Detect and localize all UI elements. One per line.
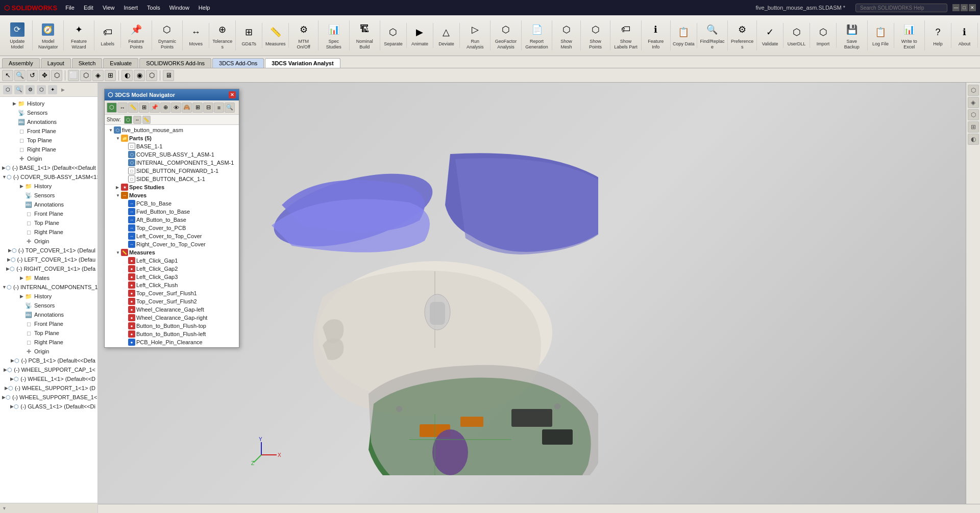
tree-item-int-right-plane[interactable]: ◻Right Plane — [0, 338, 97, 347]
toolbar-nominal-build[interactable]: 🏗Nominal Build — [350, 20, 380, 51]
tb2-rotate[interactable]: ↺ — [27, 70, 38, 81]
tree-item-wheel[interactable]: ▶⬡(-) WHEEL_1<1> (Default<<D — [0, 374, 97, 383]
tree-expander-int-annotations[interactable] — [18, 312, 24, 318]
nav-tb-features[interactable]: 📌 — [150, 102, 160, 113]
tree-item-wheel-cap[interactable]: ▶⬡(-) WHEEL_SUPPORT_CAP_1< — [0, 365, 97, 374]
tree-expander-int-sensors[interactable] — [18, 302, 24, 309]
tree-item-wheel-support[interactable]: ▶⬡(-) WHEEL_SUPPORT_1<1> (D — [0, 383, 97, 393]
nav-item-base-1-1[interactable]: □BASE_1-1 — [105, 142, 239, 150]
nav-item-top-cover-surf-flush1[interactable]: ●Top_Cover_Surf_Flush1 — [105, 289, 239, 297]
tree-expander-cover-top-plane[interactable] — [18, 220, 24, 226]
tb2-view4[interactable]: ◈ — [92, 70, 104, 81]
tree-item-history[interactable]: ▶📁History — [0, 99, 97, 108]
menu-help[interactable]: Help — [194, 3, 214, 12]
menu-edit[interactable]: Edit — [80, 3, 97, 12]
tree-expander-right-cover[interactable]: ▶ — [6, 266, 10, 272]
right-tb-2[interactable]: ◈ — [968, 97, 979, 108]
toolbar-dynamic-points[interactable]: ⬡Dynamic Points — [152, 20, 183, 51]
tree-expander-int-top-plane[interactable] — [18, 330, 24, 336]
tree-item-mates[interactable]: ▶📁Mates — [0, 273, 97, 283]
tree-item-internal-components[interactable]: ▼⬡(-) INTERNAL_COMPONENTS_1_A — [0, 283, 97, 292]
window-controls[interactable]: — □ ✕ — [952, 4, 976, 11]
tree-item-int-front-plane[interactable]: ◻Front Plane — [0, 319, 97, 328]
toolbar-animate[interactable]: ▶Animate — [407, 23, 433, 48]
nav-tb-measures[interactable]: 📏 — [128, 102, 138, 113]
nav-tb-collapse[interactable]: ⊟ — [203, 102, 213, 113]
tree-item-pcb[interactable]: ▶⬡(-) PCB_1<1> (Default<<Defa — [0, 356, 97, 365]
tree-expander-glass[interactable]: ▶ — [10, 403, 14, 409]
nav-exp-spec-studies[interactable]: ▶ — [116, 185, 121, 190]
nav-tb-search[interactable]: 🔍 — [225, 102, 235, 113]
nav-tb-moves[interactable]: ↔ — [117, 102, 128, 113]
tree-expander-wheel[interactable]: ▶ — [10, 376, 14, 382]
toolbar-import[interactable]: ⬡Import — [810, 23, 837, 48]
toolbar-deviate[interactable]: △Deviate — [433, 23, 460, 48]
nav-exp-parts[interactable]: ▼ — [116, 136, 121, 141]
toolbar-atm-on-off[interactable]: ⚙MTM On/Off — [289, 20, 318, 51]
model-nav-close-button[interactable]: ✕ — [229, 91, 236, 98]
tree-item-right-plane[interactable]: ◻Right Plane — [0, 145, 97, 154]
toolbar-write-to-excel[interactable]: 📊Write to Excel — [894, 20, 925, 51]
toolbar-moves[interactable]: ↔Moves — [183, 23, 209, 48]
toolbar-geofactor-analysis[interactable]: ⬡GeoFactor Analysis — [491, 20, 521, 51]
tree-item-base[interactable]: ▶⬡(-) BASE_1<1> (Default<<Default — [0, 163, 97, 172]
tree-item-wheel-base[interactable]: ▶⬡(-) WHEEL_SUPPORT_BASE_1< — [0, 393, 97, 402]
toolbar-spec-studies[interactable]: 📊Spec Studies — [318, 20, 349, 51]
tree-expander-wheel-support[interactable]: ▶ — [5, 385, 8, 391]
nav-item-spec-studies[interactable]: ▶★Spec Studies — [105, 183, 239, 191]
nav-item-side-btn-fwd[interactable]: □SIDE_BUTTON_FORWARD_1-1 — [105, 167, 239, 175]
nav-item-btn-flush-top[interactable]: ●Button_to_Button_Flush-top — [105, 322, 239, 330]
tree-item-int-top-plane[interactable]: ◻Top Plane — [0, 328, 97, 338]
menu-tools[interactable]: Tools — [143, 3, 164, 12]
tab-assembly[interactable]: Assembly — [2, 58, 40, 68]
nav-item-wheel-clearance-left[interactable]: ●Wheel_Clearance_Gap-left — [105, 305, 239, 314]
nav-item-top-cover-surf-flush2[interactable]: ●Top_Cover_Surf_Flush2 — [105, 297, 239, 305]
toolbar-feature-wizard[interactable]: ✦Feature Wizard — [64, 20, 94, 51]
tab-evaluate[interactable]: Evaluate — [103, 58, 138, 68]
tree-expander-mates[interactable]: ▶ — [18, 275, 24, 281]
tree-item-glass[interactable]: ▶⬡(-) GLASS_1<1> (Default<<Di — [0, 402, 97, 411]
toolbar-validate[interactable]: ✓Validate — [757, 23, 783, 48]
toolbar-show-mesh[interactable]: ⬡Show Mesh — [552, 20, 581, 51]
tree-item-cover-right-plane[interactable]: ◻Right Plane — [0, 227, 97, 237]
tree-expander-wheel-base[interactable]: ▶ — [2, 394, 6, 400]
tb2-pan[interactable]: ✥ — [39, 70, 50, 81]
toolbar-userdll[interactable]: ⬡UserDLL — [783, 23, 810, 48]
nav-exp-measures[interactable]: ▼ — [116, 250, 121, 255]
nav-tb-show[interactable]: 👁 — [171, 102, 181, 113]
nav-tb-filter[interactable]: ≡ — [214, 102, 224, 113]
help-search[interactable] — [855, 4, 947, 12]
nav-item-internal-comp-1[interactable]: ⬡INTERNAL_COMPONENTS_1_ASM-1 — [105, 159, 239, 167]
toolbar-show-points[interactable]: ⬡Show Points — [581, 20, 610, 51]
tree-expander-right-plane[interactable] — [11, 146, 17, 152]
tree-item-cover-history[interactable]: ▶📁History — [0, 182, 97, 191]
nav-item-right-cover-to-top[interactable]: ↔Right_Cover_to_Top_Cover — [105, 240, 239, 248]
tree-expander-wheel-cap[interactable]: ▶ — [4, 367, 7, 373]
tb2-scene[interactable]: ⬡ — [146, 70, 157, 81]
toolbar-report-generation[interactable]: 📄Report Generation — [522, 20, 552, 51]
tree-expander-pcb[interactable]: ▶ — [11, 357, 14, 364]
tree-expander-cover-origin[interactable] — [18, 238, 24, 244]
tb2-light[interactable]: ◐ — [121, 70, 133, 81]
nav-tb-hide[interactable]: 🙈 — [182, 102, 192, 113]
nav-item-left-cover-to-top[interactable]: ↔Left_Cover_to_Top_Cover — [105, 232, 239, 240]
tree-item-int-history[interactable]: ▶📁History — [0, 292, 97, 301]
tab-sketch[interactable]: Sketch — [72, 58, 103, 68]
nav-tb-expand[interactable]: ⊞ — [192, 102, 203, 113]
maximize-button[interactable]: □ — [961, 4, 968, 11]
tree-item-int-origin[interactable]: ✚Origin — [0, 347, 97, 356]
tree-expander-annotations[interactable] — [11, 119, 17, 125]
nav-item-root[interactable]: ▼⬡five_button_mouse_asm — [105, 126, 239, 134]
right-tb-5[interactable]: ◐ — [968, 134, 979, 145]
toolbar-preferences[interactable]: ⚙Preferences — [728, 20, 757, 51]
show-parts-icon[interactable]: ⬡ — [124, 116, 132, 124]
tree-expander-top-plane[interactable] — [11, 137, 17, 143]
tree-item-cover-sensors[interactable]: 📡Sensors — [0, 191, 97, 200]
nav-item-left-click-gap2[interactable]: ●Left_Click_Gap2 — [105, 265, 239, 273]
toolbar-gd-t[interactable]: ⊞GD&Ts — [236, 23, 262, 48]
toolbar-find-replace[interactable]: 🔍Find/Replace — [697, 20, 728, 51]
3d-viewport[interactable]: ⬡ 3DCS Model Navigator ✕ ⬡ ↔ 📏 ⊞ 📌 ⊕ 👁 🙈… — [98, 83, 980, 513]
toolbar-about[interactable]: ℹAbout — [951, 23, 978, 48]
tree-item-cover-origin[interactable]: ✚Origin — [0, 237, 97, 246]
tb2-view1[interactable]: ⬡ — [51, 70, 62, 81]
